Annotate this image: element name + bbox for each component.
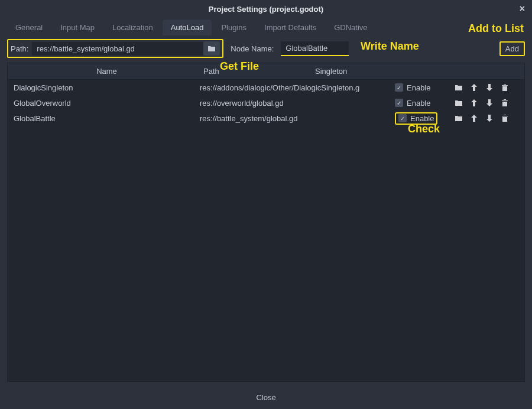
move-down-icon[interactable] — [485, 83, 494, 92]
autoload-name: GlobalBattle — [14, 114, 200, 123]
row-actions — [454, 83, 510, 92]
table-row: GlobalOverworldres://overworld/global.gd… — [8, 95, 524, 111]
column-path: Path — [200, 67, 303, 76]
autoload-path: res://overworld/global.gd — [200, 99, 395, 108]
row-actions — [454, 113, 510, 123]
add-button[interactable]: Add — [499, 41, 525, 56]
enable-checkbox[interactable]: ✓ — [395, 83, 403, 92]
node-name-input[interactable] — [281, 41, 349, 56]
tab-plugins[interactable]: Plugins — [213, 20, 255, 35]
move-down-icon[interactable] — [485, 98, 494, 108]
autoload-name: DialogicSingleton — [14, 83, 200, 92]
enable-label: Enable — [407, 99, 430, 108]
singleton-cell: ✓Enable — [395, 83, 454, 92]
delete-icon[interactable] — [500, 113, 510, 123]
move-up-icon[interactable] — [469, 98, 479, 108]
path-field-group: Path: — [7, 39, 223, 58]
enable-label: Enable — [410, 114, 434, 123]
open-folder-icon[interactable] — [454, 83, 463, 92]
table-header: Name Path Singleton — [8, 63, 524, 80]
tab-autoload[interactable]: AutoLoad — [163, 20, 212, 35]
move-down-icon[interactable] — [485, 113, 494, 123]
autoload-table: Name Path Singleton DialogicSingletonres… — [7, 63, 525, 382]
window-title: Project Settings (project.godot) — [209, 5, 323, 14]
tab-import-defaults[interactable]: Import Defaults — [256, 20, 325, 35]
autoload-path: res://battle_system/global.gd — [200, 114, 395, 123]
enable-checkbox[interactable]: ✓ — [395, 99, 403, 107]
autoload-path: res://addons/dialogic/Other/DialogicSing… — [200, 83, 395, 92]
folder-icon — [207, 45, 216, 52]
node-name-label: Node Name: — [231, 44, 274, 53]
open-folder-icon[interactable] — [454, 113, 463, 123]
column-name: Name — [8, 67, 200, 76]
path-label: Path: — [11, 44, 28, 53]
tab-localization[interactable]: Localization — [104, 20, 161, 35]
close-button[interactable]: Close — [256, 393, 275, 402]
tabs-bar: GeneralInput MapLocalizationAutoLoadPlug… — [0, 18, 532, 35]
singleton-cell: ✓Enable — [395, 99, 454, 108]
browse-file-button[interactable] — [203, 41, 220, 56]
tab-input-map[interactable]: Input Map — [52, 20, 103, 35]
enable-label: Enable — [407, 83, 430, 92]
move-up-icon[interactable] — [469, 113, 479, 123]
tab-general[interactable]: General — [7, 20, 51, 35]
path-input[interactable] — [32, 42, 203, 56]
open-folder-icon[interactable] — [454, 98, 463, 108]
close-icon[interactable]: × — [520, 4, 525, 14]
enable-checkbox[interactable]: ✓ — [398, 114, 407, 122]
table-row: DialogicSingletonres://addons/dialogic/O… — [8, 80, 524, 95]
tab-gdnative[interactable]: GDNative — [326, 20, 375, 35]
delete-icon[interactable] — [500, 98, 510, 108]
singleton-cell: ✓Enable — [395, 112, 454, 125]
delete-icon[interactable] — [500, 83, 510, 92]
column-singleton: Singleton — [303, 67, 374, 76]
move-up-icon[interactable] — [469, 83, 479, 92]
autoload-name: GlobalOverworld — [14, 99, 200, 108]
row-actions — [454, 98, 510, 108]
table-row: GlobalBattleres://battle_system/global.g… — [8, 111, 524, 126]
